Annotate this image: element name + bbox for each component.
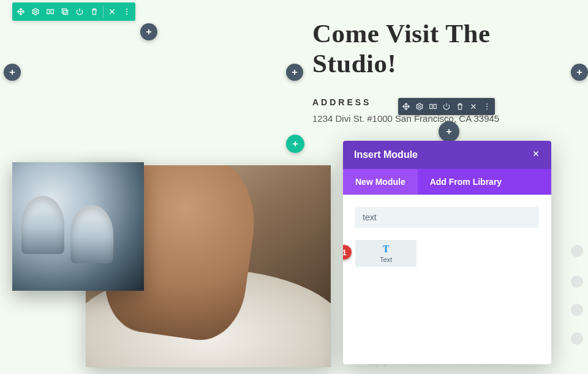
add-module-button[interactable] <box>439 121 459 142</box>
add-section-button[interactable] <box>140 23 157 40</box>
add-row-button[interactable] <box>286 135 304 153</box>
gear-icon[interactable] <box>29 5 42 18</box>
add-column-left-button[interactable] <box>4 64 21 81</box>
svg-rect-9 <box>430 105 432 109</box>
svg-rect-3 <box>64 10 68 15</box>
svg-point-11 <box>486 103 488 105</box>
svg-point-5 <box>126 9 127 10</box>
svg-rect-1 <box>47 10 50 14</box>
power-icon[interactable] <box>73 5 86 18</box>
svg-point-13 <box>486 108 488 110</box>
close-icon[interactable] <box>532 149 540 160</box>
ghost-add-2[interactable] <box>571 275 583 288</box>
text-module-icon: T <box>383 244 390 255</box>
move-icon[interactable] <box>400 100 412 113</box>
move-icon[interactable] <box>14 5 28 18</box>
svg-point-0 <box>34 10 37 13</box>
insert-module-modal: Insert Module New Module Add From Librar… <box>343 141 551 364</box>
close-icon[interactable] <box>467 100 480 113</box>
close-icon[interactable] <box>105 5 119 18</box>
tab-add-from-library[interactable]: Add From Library <box>418 169 514 195</box>
module-toolbar <box>398 98 495 115</box>
trash-icon[interactable] <box>88 5 101 18</box>
power-icon[interactable] <box>440 100 453 113</box>
tab-new-module[interactable]: New Module <box>343 169 418 195</box>
modal-tabs: New Module Add From Library <box>343 169 551 195</box>
svg-rect-2 <box>51 10 53 14</box>
more-icon[interactable] <box>120 5 134 18</box>
add-column-mid-button[interactable] <box>286 64 303 81</box>
svg-point-7 <box>126 13 127 15</box>
gear-icon[interactable] <box>413 100 426 113</box>
modal-header[interactable]: Insert Module <box>343 141 551 169</box>
svg-rect-10 <box>434 105 436 109</box>
modal-body: T Text 1 <box>343 195 551 364</box>
trash-icon[interactable] <box>454 100 466 113</box>
columns-icon[interactable] <box>43 5 57 18</box>
page-heading: Come Visit The Studio! <box>312 18 557 79</box>
step-badge-1: 1 <box>343 245 352 260</box>
duplicate-icon[interactable] <box>58 5 72 18</box>
page-canvas: Come Visit The Studio! ADDRESS 1234 Divi… <box>0 0 588 374</box>
module-search-input[interactable] <box>355 207 539 228</box>
more-icon[interactable] <box>481 100 493 113</box>
svg-rect-4 <box>62 9 66 13</box>
columns-icon[interactable] <box>427 100 439 113</box>
module-item-text[interactable]: T Text <box>355 240 417 267</box>
ghost-add-4[interactable] <box>571 332 583 345</box>
ghost-add-1[interactable] <box>571 245 583 257</box>
section-toolbar <box>12 2 135 21</box>
add-column-right-button[interactable] <box>571 64 588 81</box>
svg-point-6 <box>126 11 127 12</box>
toolbar-separator <box>103 6 104 18</box>
image-stack <box>12 165 334 367</box>
module-item-label: Text <box>380 256 392 263</box>
svg-point-8 <box>418 105 421 108</box>
svg-point-12 <box>486 106 488 107</box>
pottery-cups-image <box>12 162 144 291</box>
ghost-add-3[interactable] <box>571 304 583 316</box>
modal-title: Insert Module <box>354 149 418 160</box>
